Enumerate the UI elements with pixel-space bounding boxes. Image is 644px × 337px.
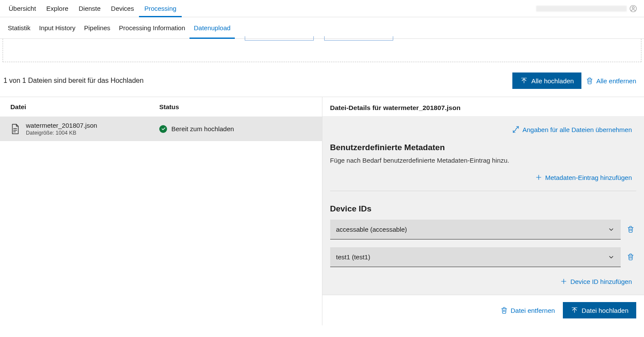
ghost-button (245, 36, 314, 41)
trash-icon (586, 77, 593, 85)
remove-device-button[interactable] (625, 224, 636, 236)
apply-to-all-label: Angaben für alle Dateien übernehmen (522, 126, 632, 133)
check-circle-icon (159, 125, 167, 133)
details-footer: Datei entfernen Datei hochladen (322, 295, 644, 325)
device-list: accessable (accessable) test1 (test1) (330, 220, 637, 267)
chevron-down-icon (608, 254, 615, 261)
add-metadata-button[interactable]: Metadaten-Eintrag hinzufügen (530, 170, 636, 185)
dropzone-fragment (3, 39, 641, 62)
upload-statusbar: 1 von 1 Dateien sind bereit für das Hoch… (0, 62, 644, 97)
remove-all-button[interactable]: Alle entfernen (581, 73, 641, 88)
user-icon (629, 5, 637, 13)
metadata-subtitle: Füge nach Bedarf benutzerdefinierte Meta… (330, 157, 637, 164)
apply-to-all-button[interactable]: Angaben für alle Dateien übernehmen (508, 122, 636, 137)
upload-file-label: Datei hochladen (582, 307, 628, 314)
remove-file-label: Datei entfernen (511, 307, 555, 314)
plus-icon (560, 277, 568, 285)
nav-processing[interactable]: Processing (139, 0, 181, 17)
column-headers: Datei Status (0, 97, 322, 117)
file-size: Dateigröße: 1004 KB (26, 130, 159, 136)
details-header: Datei-Details für watermeter_201807.json (322, 97, 644, 116)
device-select[interactable]: test1 (test1) (330, 247, 621, 267)
trash-icon (627, 225, 635, 233)
device-select-value: accessable (accessable) (336, 226, 407, 233)
nav-services[interactable]: Dienste (73, 0, 106, 17)
upload-all-label: Alle hochladen (531, 77, 574, 85)
upload-icon (571, 306, 578, 314)
file-name: watermeter_201807.json (26, 122, 159, 129)
device-select-value: test1 (test1) (336, 253, 370, 261)
device-row: test1 (test1) (330, 247, 637, 267)
device-row: accessable (accessable) (330, 220, 637, 239)
remove-all-label: Alle entfernen (596, 77, 636, 85)
trash-icon (627, 253, 635, 261)
col-header-file: Datei (10, 103, 159, 110)
ghost-button (324, 36, 393, 41)
file-row[interactable]: watermeter_201807.json Dateigröße: 1004 … (0, 117, 322, 141)
file-status: Bereit zum hochladen (159, 125, 234, 133)
file-icon (10, 123, 20, 135)
device-select[interactable]: accessable (accessable) (330, 220, 621, 239)
upload-all-button[interactable]: Alle hochladen (512, 72, 581, 89)
add-device-button[interactable]: Device ID hinzufügen (556, 274, 636, 289)
add-metadata-label: Metadaten-Eintrag hinzufügen (545, 174, 632, 181)
top-nav: Übersicht Explore Dienste Devices Proces… (0, 0, 644, 17)
remove-device-button[interactable] (625, 251, 636, 264)
subnav-statistik[interactable]: Statistik (3, 17, 35, 39)
device-ids-title: Device IDs (330, 204, 637, 214)
metadata-title: Benutzerdefinierte Metadaten (330, 143, 637, 152)
col-header-status: Status (159, 103, 312, 110)
subnav-datenupload[interactable]: Datenupload (189, 17, 235, 39)
upload-icon (520, 77, 528, 85)
user-name-placeholder (536, 6, 627, 12)
svg-point-1 (632, 6, 635, 9)
add-device-label: Device ID hinzufügen (570, 278, 632, 285)
apply-icon (512, 126, 520, 133)
user-area[interactable] (536, 5, 641, 13)
subnav-processing-info[interactable]: Processing Information (115, 17, 189, 39)
sub-nav: Statistik Input History Pipelines Proces… (0, 17, 644, 39)
file-list-pane: Datei Status watermeter_201807.json Date… (0, 97, 322, 325)
nav-explore[interactable]: Explore (41, 0, 73, 17)
subnav-pipelines[interactable]: Pipelines (80, 17, 115, 39)
file-status-text: Bereit zum hochladen (171, 125, 234, 132)
nav-devices[interactable]: Devices (106, 0, 139, 17)
remove-file-button[interactable]: Datei entfernen (496, 303, 559, 318)
nav-overview[interactable]: Übersicht (3, 0, 41, 17)
trash-icon (500, 306, 508, 314)
chevron-down-icon (608, 226, 615, 233)
file-details-pane: Datei-Details für watermeter_201807.json… (322, 97, 644, 325)
main-panes: Datei Status watermeter_201807.json Date… (0, 97, 644, 325)
upload-file-button[interactable]: Datei hochladen (563, 302, 636, 318)
subnav-input-history[interactable]: Input History (35, 17, 80, 39)
upload-status-text: 1 von 1 Dateien sind bereit für das Hoch… (3, 77, 144, 85)
plus-icon (535, 173, 543, 181)
